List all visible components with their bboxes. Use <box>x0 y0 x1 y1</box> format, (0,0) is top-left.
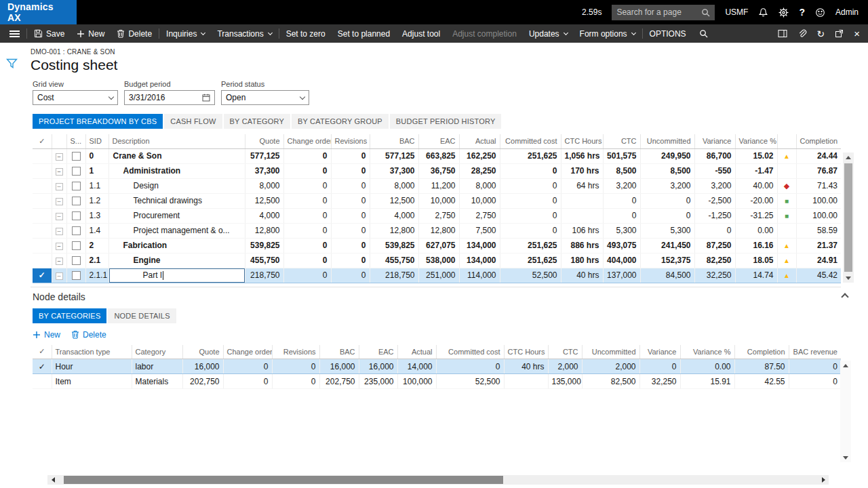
cell-variance-pct[interactable]: 40.00 <box>735 178 777 193</box>
cell-completion[interactable]: 71.43 <box>796 178 841 193</box>
column-header-quote[interactable]: Quote <box>245 134 283 148</box>
cell-change-orders[interactable]: 0 <box>283 178 331 193</box>
table-row[interactable]: ✓–2.1.1Part I218,75000218,750251,000114,… <box>33 268 841 283</box>
cell-variance[interactable]: 3,200 <box>694 178 735 193</box>
column-header-variance-pct[interactable]: Variance % <box>735 134 777 148</box>
cell-quote[interactable]: 455,750 <box>245 253 283 268</box>
column-header-revisions[interactable]: Revisions <box>331 134 370 148</box>
horizontal-scrollbar[interactable] <box>47 475 829 485</box>
cell-uncommitted[interactable]: 249,950 <box>640 148 694 163</box>
settings-gear-icon[interactable] <box>778 7 789 18</box>
cell-variance-pct[interactable]: 18.05 <box>735 253 777 268</box>
row-checkbox[interactable] <box>72 226 81 235</box>
cell-ctc-hours[interactable]: 1,056 hrs <box>561 148 603 163</box>
row-selector[interactable] <box>33 148 52 163</box>
row-selector[interactable] <box>33 374 52 389</box>
cell-change-orders[interactable]: 0 <box>283 208 331 223</box>
cell-actual[interactable]: 162,250 <box>459 148 500 163</box>
tab-cash-flow[interactable]: CASH FLOW <box>164 114 222 129</box>
cell-transaction-type[interactable]: Item <box>52 374 132 389</box>
table-row[interactable]: ItemMaterials202,75000202,750235,000100,… <box>33 374 841 389</box>
cell-quote[interactable]: 8,000 <box>245 178 283 193</box>
cell-uncommitted[interactable]: 241,450 <box>640 238 694 253</box>
cell-committed-cost[interactable]: 251,625 <box>500 238 561 253</box>
detail-tab-node-details[interactable]: NODE DETAILS <box>108 308 176 323</box>
company-selector[interactable]: USMF <box>725 7 748 17</box>
cell-completion[interactable]: 24.91 <box>796 253 841 268</box>
actionbar-new[interactable]: New <box>71 24 111 43</box>
cell-bac[interactable]: 4,000 <box>370 208 418 223</box>
cell-ctc-hours[interactable]: 64 hrs <box>561 178 603 193</box>
collapse-toggle-icon[interactable]: – <box>56 153 63 161</box>
column-header-uncommitted[interactable]: Uncommitted <box>582 345 639 359</box>
cell-quote[interactable]: 16,000 <box>182 359 223 374</box>
open-in-new-window-icon[interactable] <box>835 29 844 38</box>
table-row[interactable]: –2.1Engine455,75000455,750538,000134,000… <box>33 253 841 268</box>
cell-sid[interactable]: 1 <box>85 163 108 178</box>
collapse-toggle-icon[interactable]: – <box>56 213 63 220</box>
cell-variance-pct[interactable]: 0.00 <box>735 223 777 238</box>
cell-change-orders[interactable]: 0 <box>223 359 272 374</box>
scroll-left-icon[interactable] <box>47 475 58 485</box>
cell-change-orders[interactable]: 0 <box>283 238 331 253</box>
cell-bac[interactable]: 37,300 <box>370 163 418 178</box>
column-header-ctc[interactable]: CTC <box>548 345 582 359</box>
cell-description[interactable]: Design <box>108 178 245 193</box>
actionbar-search-icon[interactable] <box>692 24 715 43</box>
cell-eac[interactable]: 235,000 <box>359 374 397 389</box>
cell-uncommitted[interactable]: 84,500 <box>640 268 694 283</box>
table-row[interactable]: –0Crane & Son577,12500577,125663,825162,… <box>33 148 841 163</box>
feedback-smiley-icon[interactable] <box>815 7 825 18</box>
scrollbar-thumb[interactable] <box>64 476 503 484</box>
cell-variance[interactable]: 0 <box>639 359 680 374</box>
cell-bac-revenue[interactable]: 0 <box>789 374 841 389</box>
column-header-ctc[interactable]: CTC <box>603 134 640 148</box>
column-header-completion[interactable]: Completion <box>796 134 841 148</box>
cell-variance[interactable]: 87,250 <box>694 238 735 253</box>
cell-status[interactable] <box>777 163 796 178</box>
cell-ctc-hours[interactable]: 40 hrs <box>504 359 548 374</box>
cell-status[interactable]: ▲ <box>777 238 796 253</box>
cell-bac[interactable]: 218,750 <box>370 268 418 283</box>
column-header-ctc-hours[interactable]: CTC Hours <box>504 345 548 359</box>
filter-budget-period-input[interactable]: 3/31/2016 <box>124 90 215 105</box>
cell-revisions[interactable]: 0 <box>331 148 370 163</box>
tab-by-category[interactable]: BY CATEGORY <box>224 114 290 129</box>
cell-ctc[interactable]: 8,500 <box>603 163 640 178</box>
cell-ctc-hours[interactable]: 886 hrs <box>561 238 603 253</box>
cell-committed-cost[interactable]: 0 <box>436 359 504 374</box>
cell-variance-pct[interactable]: -31.25 <box>735 208 777 223</box>
row-selector[interactable] <box>33 223 52 238</box>
cell-change-orders[interactable]: 0 <box>223 374 272 389</box>
cell-variance[interactable]: -1,250 <box>694 208 735 223</box>
collapse-toggle-icon[interactable]: – <box>56 272 63 280</box>
cell-completion[interactable]: 24.44 <box>796 148 841 163</box>
cell-revisions[interactable]: 0 <box>272 374 319 389</box>
cell-variance[interactable]: -2,500 <box>694 193 735 208</box>
column-header-completion[interactable]: Completion <box>734 345 789 359</box>
column-header-actual[interactable]: Actual <box>397 345 436 359</box>
table-row[interactable]: –1.2Technical drawings12,5000012,50010,0… <box>33 193 841 208</box>
row-selector[interactable]: ✓ <box>33 268 52 283</box>
column-header-change-orders[interactable]: Change orders <box>223 345 272 359</box>
column-header-status[interactable] <box>777 134 796 148</box>
cell-sid[interactable]: 2 <box>85 238 108 253</box>
cell-description[interactable]: Administration <box>108 163 245 178</box>
cell-ctc-hours[interactable]: 106 hrs <box>561 223 603 238</box>
actionbar-options[interactable]: OPTIONS <box>644 24 692 43</box>
column-header-committed-cost[interactable]: Committed cost <box>436 345 504 359</box>
cell-status[interactable] <box>777 223 796 238</box>
cell-completion[interactable]: 58.59 <box>796 223 841 238</box>
cell-description[interactable]: Part I <box>108 268 245 283</box>
cell-eac[interactable]: 2,750 <box>418 208 459 223</box>
filter-grid-view-input[interactable]: Cost <box>33 90 118 105</box>
row-selector[interactable] <box>33 238 52 253</box>
cell-revisions[interactable]: 0 <box>331 193 370 208</box>
app-logo[interactable]: Dynamics AX <box>0 0 77 24</box>
cell-sid[interactable]: 0 <box>85 148 108 163</box>
column-header-actual[interactable]: Actual <box>459 134 500 148</box>
column-header-expand[interactable] <box>52 134 66 148</box>
row-checkbox[interactable] <box>72 182 81 190</box>
collapse-toggle-icon[interactable]: – <box>56 228 63 235</box>
cell-category[interactable]: Materials <box>132 374 182 389</box>
